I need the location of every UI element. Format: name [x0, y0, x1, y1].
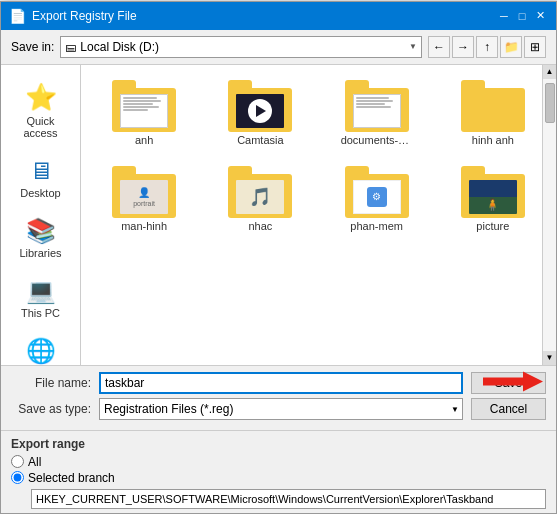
file-name: hinh anh: [472, 134, 514, 146]
bottom-panel: File name: Save Save as type: Registrati…: [1, 365, 556, 430]
up-icon: ↑: [484, 40, 490, 54]
all-radio-label: All: [28, 455, 41, 469]
file-name: anh: [135, 134, 153, 146]
minimize-button[interactable]: ─: [496, 8, 512, 24]
maximize-button[interactable]: □: [514, 8, 530, 24]
dialog-icon: 📄: [9, 8, 26, 24]
file-name: man-hinh: [121, 220, 167, 232]
back-icon: ←: [433, 40, 445, 54]
file-name: documents-exp...: [341, 134, 413, 146]
combo-arrow-icon: ▼: [409, 42, 417, 51]
window-controls: ─ □ ✕: [496, 8, 548, 24]
folder-icon: [112, 80, 176, 132]
selected-branch-radio-label: Selected branch: [28, 471, 115, 485]
new-folder-button[interactable]: 📁: [500, 36, 522, 58]
export-range-title: Export range: [11, 437, 546, 451]
list-item[interactable]: anh: [91, 75, 197, 151]
sidebar-item-libraries[interactable]: 📚 Libraries: [5, 210, 77, 266]
cancel-button[interactable]: Cancel: [471, 398, 546, 420]
list-item[interactable]: 👤 portrait man-hinh: [91, 161, 197, 237]
new-folder-icon: 📁: [504, 40, 519, 54]
forward-icon: →: [457, 40, 469, 54]
drive-label: Local Disk (D:): [80, 40, 405, 54]
sidebar-item-network[interactable]: 🌐 Network: [5, 330, 77, 365]
selected-radio-row: Selected branch: [11, 471, 546, 485]
forward-button[interactable]: →: [452, 36, 474, 58]
network-icon: 🌐: [26, 337, 56, 365]
folder-icon: 🧍: [461, 166, 525, 218]
export-registry-dialog: 📄 Export Registry File ─ □ ✕ Save in: 🖴 …: [0, 1, 557, 514]
export-range: Export range All Selected branch: [1, 430, 556, 513]
file-name: Camtasia: [237, 134, 283, 146]
filename-input[interactable]: [99, 372, 463, 394]
list-item[interactable]: hinh anh: [440, 75, 546, 151]
drive-icon: 🖴: [65, 41, 76, 53]
sidebar-item-quick-access[interactable]: ⭐ Quick access: [5, 75, 77, 146]
libraries-icon: 📚: [26, 217, 56, 245]
content-area: ⭐ Quick access 🖥 Desktop 📚 Libraries 💻 T…: [1, 65, 556, 365]
toolbar-buttons: ← → ↑ 📁 ⊞: [428, 36, 546, 58]
folder-icon: [228, 80, 292, 132]
view-button[interactable]: ⊞: [524, 36, 546, 58]
folder-icon: 🎵: [228, 166, 292, 218]
file-name: phan-mem: [350, 220, 403, 232]
back-button[interactable]: ←: [428, 36, 450, 58]
title-bar: 📄 Export Registry File ─ □ ✕: [1, 2, 556, 30]
file-grid: anh: [81, 65, 556, 247]
folder-icon: 👤 portrait: [112, 166, 176, 218]
scroll-thumb[interactable]: [545, 83, 555, 123]
toolbar: Save in: 🖴 Local Disk (D:) ▼ ← → ↑ 📁 ⊞: [1, 30, 556, 65]
file-name: nhac: [248, 220, 272, 232]
folder-icon: ⚙: [345, 166, 409, 218]
list-item[interactable]: Camtasia: [207, 75, 313, 151]
filename-input-wrap: [99, 372, 463, 394]
folder-icon: [461, 80, 525, 132]
sidebar-item-desktop[interactable]: 🖥 Desktop: [5, 150, 77, 206]
sidebar-item-libraries-label: Libraries: [19, 247, 61, 259]
branch-input[interactable]: [31, 489, 546, 509]
sidebar-item-this-pc[interactable]: 💻 This PC: [5, 270, 77, 326]
sidebar-item-quick-access-label: Quick access: [10, 115, 72, 139]
savetype-row: Save as type: Registration Files (*.reg)…: [11, 398, 546, 420]
file-name: picture: [476, 220, 509, 232]
dialog-title: Export Registry File: [32, 9, 490, 23]
quick-access-icon: ⭐: [25, 82, 57, 113]
desktop-icon: 🖥: [29, 157, 53, 185]
savetype-select-wrap: Registration Files (*.reg) ▼: [99, 398, 463, 420]
folder-icon: [345, 80, 409, 132]
all-radio[interactable]: [11, 455, 24, 468]
save-button[interactable]: Save: [471, 372, 546, 394]
selected-branch-radio[interactable]: [11, 471, 24, 484]
list-item[interactable]: 🎵 nhac: [207, 161, 313, 237]
list-item[interactable]: 🧍 picture: [440, 161, 546, 237]
sidebar: ⭐ Quick access 🖥 Desktop 📚 Libraries 💻 T…: [1, 65, 81, 365]
scroll-down-button[interactable]: ▼: [543, 351, 557, 365]
this-pc-icon: 💻: [26, 277, 56, 305]
scroll-up-button[interactable]: ▲: [543, 65, 557, 79]
save-in-combo[interactable]: 🖴 Local Disk (D:) ▼: [60, 36, 422, 58]
all-radio-row: All: [11, 455, 546, 469]
sidebar-item-this-pc-label: This PC: [21, 307, 60, 319]
up-button[interactable]: ↑: [476, 36, 498, 58]
sidebar-item-desktop-label: Desktop: [20, 187, 60, 199]
scroll-track: [545, 79, 555, 351]
list-item[interactable]: documents-exp...: [324, 75, 430, 151]
file-area: anh: [81, 65, 556, 365]
filename-row: File name: Save: [11, 372, 546, 394]
filename-label: File name:: [11, 376, 91, 390]
list-item[interactable]: ⚙ phan-mem: [324, 161, 430, 237]
view-icon: ⊞: [530, 40, 540, 54]
savetype-select[interactable]: Registration Files (*.reg): [99, 398, 463, 420]
savetype-label: Save as type:: [11, 402, 91, 416]
scrollbar[interactable]: ▲ ▼: [542, 65, 556, 365]
save-in-label: Save in:: [11, 40, 54, 54]
close-button[interactable]: ✕: [532, 8, 548, 24]
